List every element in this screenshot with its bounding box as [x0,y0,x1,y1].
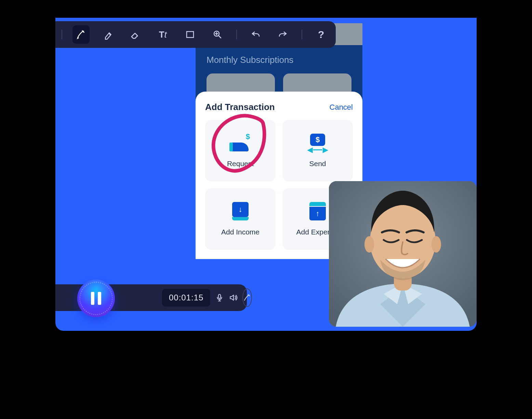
pen-icon [243,294,251,302]
microphone-button[interactable] [215,290,224,305]
income-icon: ↓ [230,202,251,222]
pause-icon [91,292,101,305]
pen-icon [76,29,86,40]
help-icon: ? [318,29,324,40]
pen-tool[interactable] [72,25,90,44]
undo-button[interactable] [247,25,264,44]
stage: Tt ? Monthly Subscriptions [55,0,477,331]
toolbar-divider [302,30,302,39]
subscriptions-title: Monthly Subscriptions [207,55,351,65]
request-money-icon: $ [230,134,251,153]
tile-send[interactable]: $ ◀▶ Send [282,120,353,181]
toolbar-divider [236,30,237,39]
annotation-toolbar: Tt ? [55,21,336,48]
svg-point-7 [431,236,441,253]
help-button[interactable]: ? [312,25,330,44]
recording-timer: 00:01:15 [162,289,210,307]
microphone-icon [215,293,224,302]
svg-rect-8 [218,294,221,298]
eraser-tool[interactable] [127,25,144,44]
svg-point-6 [364,236,374,253]
speaker-button[interactable] [229,290,238,305]
redo-icon [278,29,288,40]
text-tool[interactable]: Tt [154,25,171,44]
zoom-in-icon [212,29,223,40]
zoom-tool[interactable] [209,25,226,44]
redo-button[interactable] [274,25,291,44]
speaker-icon [229,293,238,302]
pause-recording-button[interactable] [77,280,115,317]
tile-label: Add Income [221,228,260,236]
text-icon: Tt [159,29,167,40]
sheet-title: Add Transaction [205,102,275,112]
expense-icon: ↑ [307,202,328,222]
tile-label: Request [227,160,254,168]
tile-label: Send [309,160,326,168]
undo-icon [251,29,261,40]
highlighter-icon [103,29,114,40]
tile-request[interactable]: $ Request [205,120,276,181]
highlighter-tool[interactable] [100,25,117,44]
rectangle-icon [185,29,195,40]
eraser-icon [130,29,141,40]
cancel-button[interactable]: Cancel [330,103,353,112]
svg-rect-0 [187,31,194,38]
send-money-icon: $ ◀▶ [307,134,328,153]
presenter-avatar [329,181,477,327]
tile-add-income[interactable]: ↓ Add Income [205,188,276,250]
rectangle-tool[interactable] [182,25,199,44]
webcam-overlay[interactable] [329,181,477,327]
toolbar-divider [62,30,62,39]
